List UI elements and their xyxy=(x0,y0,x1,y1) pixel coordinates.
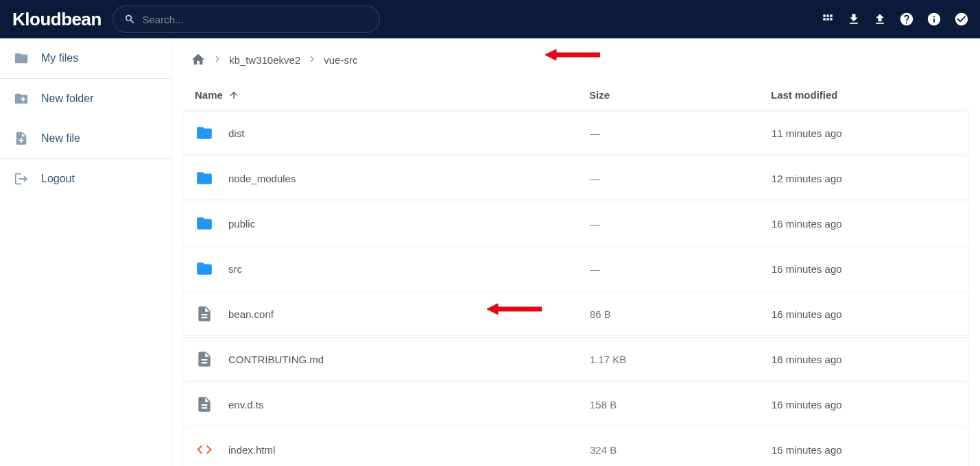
sidebar-item-label: New folder xyxy=(41,93,93,105)
file-row[interactable]: bean.conf86 B16 minutes ago xyxy=(182,292,969,336)
document-icon xyxy=(195,395,213,413)
file-size: — xyxy=(590,263,772,275)
file-modified: 11 minutes ago xyxy=(772,127,956,139)
search-input[interactable] xyxy=(143,14,368,25)
file-size: — xyxy=(590,218,772,230)
file-name: dist xyxy=(228,127,590,139)
file-name: public xyxy=(228,218,590,230)
header-actions xyxy=(821,12,969,27)
grid-view-icon[interactable] xyxy=(821,12,835,26)
column-header-modified[interactable]: Last modified xyxy=(771,89,957,101)
breadcrumb-link[interactable]: kb_tw310ekve2 xyxy=(229,54,300,66)
sidebar-item-label: Logout xyxy=(41,173,75,185)
breadcrumb-current[interactable]: vue-src xyxy=(324,54,357,66)
chevron-right-icon xyxy=(211,53,224,67)
file-size: 1.17 KB xyxy=(590,354,772,365)
file-modified: 16 minutes ago xyxy=(772,399,956,410)
search-icon xyxy=(124,13,136,25)
chevron-right-icon xyxy=(306,53,318,67)
file-modified: 16 minutes ago xyxy=(772,444,956,456)
upload-icon[interactable] xyxy=(873,12,887,26)
logout-icon xyxy=(14,171,29,186)
file-name: CONTRIBUTING.md xyxy=(228,354,590,365)
info-icon[interactable] xyxy=(927,12,942,27)
help-icon[interactable] xyxy=(899,12,914,27)
column-header-name[interactable]: Name xyxy=(195,89,589,101)
main-content: kb_tw310ekve2 vue-src Name Size Last mod… xyxy=(171,38,980,466)
folder-icon xyxy=(195,260,213,278)
breadcrumb: kb_tw310ekve2 vue-src xyxy=(182,38,969,81)
file-row[interactable]: src—16 minutes ago xyxy=(182,247,969,291)
document-icon xyxy=(195,350,213,368)
file-row[interactable]: env.d.ts158 B16 minutes ago xyxy=(182,382,969,426)
file-row[interactable]: dist—11 minutes ago xyxy=(182,111,969,155)
file-row[interactable]: CONTRIBUTING.md1.17 KB16 minutes ago xyxy=(182,337,969,381)
file-size: 324 B xyxy=(590,444,772,456)
sidebar-item-my-files[interactable]: My files xyxy=(0,38,171,79)
file-modified: 16 minutes ago xyxy=(772,263,956,275)
sidebar: My files New folder New file Logout xyxy=(0,38,171,466)
table-header: Name Size Last modified xyxy=(182,81,969,110)
file-row[interactable]: index.html324 B16 minutes ago xyxy=(182,428,969,466)
file-list: dist—11 minutes agonode_modules—12 minut… xyxy=(182,111,969,466)
search-container[interactable] xyxy=(112,5,380,33)
file-name: src xyxy=(228,263,590,275)
folder-icon xyxy=(14,51,29,66)
file-size: 86 B xyxy=(590,308,772,320)
sidebar-item-logout[interactable]: Logout xyxy=(0,159,171,199)
file-name: node_modules xyxy=(228,173,590,184)
sidebar-item-label: My files xyxy=(41,52,78,64)
file-modified: 16 minutes ago xyxy=(772,218,956,230)
new-file-icon xyxy=(14,131,29,146)
file-size: 158 B xyxy=(590,399,772,410)
code-icon xyxy=(195,441,213,458)
document-icon xyxy=(195,305,213,323)
file-size: — xyxy=(590,127,772,139)
file-modified: 16 minutes ago xyxy=(772,308,956,320)
file-modified: 16 minutes ago xyxy=(772,354,956,365)
file-row[interactable]: public—16 minutes ago xyxy=(182,201,969,245)
app-header: Kloudbean xyxy=(0,0,980,38)
file-row[interactable]: node_modules—12 minutes ago xyxy=(182,156,969,200)
check-circle-icon[interactable] xyxy=(954,12,969,27)
file-name: bean.conf xyxy=(228,308,590,320)
folder-icon xyxy=(195,124,213,142)
file-name: env.d.ts xyxy=(228,399,590,410)
sidebar-item-new-file[interactable]: New file xyxy=(0,119,171,159)
column-header-size[interactable]: Size xyxy=(589,89,771,101)
sidebar-item-new-folder[interactable]: New folder xyxy=(0,79,171,119)
folder-icon xyxy=(195,169,213,187)
sidebar-item-label: New file xyxy=(41,132,80,145)
folder-icon xyxy=(195,214,213,232)
file-modified: 12 minutes ago xyxy=(772,173,956,184)
home-icon[interactable] xyxy=(191,52,206,67)
file-size: — xyxy=(590,173,772,184)
sort-ascending-icon xyxy=(228,90,239,101)
file-name: index.html xyxy=(228,444,590,456)
brand-text: Kloudbean xyxy=(12,9,101,30)
download-icon[interactable] xyxy=(847,12,861,26)
brand-logo: Kloudbean xyxy=(11,9,101,30)
new-folder-icon xyxy=(14,91,29,106)
